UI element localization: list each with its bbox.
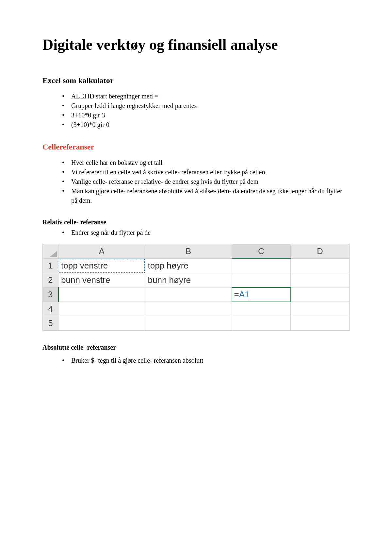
list-item: Endrer seg når du flytter på de bbox=[62, 228, 350, 237]
row-header-2[interactable]: 2 bbox=[43, 273, 58, 287]
formula-ref: A1 bbox=[239, 289, 250, 299]
cell-D4[interactable] bbox=[291, 302, 350, 316]
cell-B4[interactable] bbox=[145, 302, 232, 316]
cell-C4[interactable] bbox=[232, 302, 291, 316]
page-title: Digitale verktøy og finansiell analyse bbox=[42, 36, 350, 53]
cell-C1[interactable] bbox=[232, 259, 291, 273]
section1-list: ALLTID start beregninger med = Grupper l… bbox=[62, 92, 350, 130]
relative-list: Endrer seg når du flytter på de bbox=[62, 228, 350, 237]
cell-B5[interactable] bbox=[145, 316, 232, 331]
excel-grid: A B C D 1 topp venstre topp høyre 2 bunn… bbox=[42, 244, 350, 331]
cell-A3[interactable] bbox=[58, 287, 145, 302]
absolute-heading: Absolutte celle- referanser bbox=[42, 344, 350, 351]
cell-A5[interactable] bbox=[58, 316, 145, 331]
row-header-3[interactable]: 3 bbox=[43, 287, 58, 302]
select-all-corner[interactable] bbox=[43, 244, 58, 259]
cell-C3-formula[interactable]: =A1 bbox=[232, 287, 291, 302]
relative-heading: Relativ celle- referanse bbox=[42, 218, 350, 226]
cell-C2[interactable] bbox=[232, 273, 291, 287]
cell-B3[interactable] bbox=[145, 287, 232, 302]
equals-sign: = bbox=[155, 93, 158, 100]
absolute-list: Bruker $- tegn til å gjøre celle- refera… bbox=[62, 356, 350, 365]
text-cursor bbox=[250, 291, 250, 299]
list-item: (3+10)*0 gir 0 bbox=[62, 120, 350, 130]
section2-list: Hver celle har en bokstav og et tall Vi … bbox=[62, 158, 350, 205]
section2-heading: Cellereferanser bbox=[42, 143, 350, 151]
list-item: Vanlige celle- referanse er relative- de… bbox=[62, 177, 350, 186]
cell-B1[interactable]: topp høyre bbox=[145, 259, 232, 273]
cell-D2[interactable] bbox=[291, 273, 350, 287]
list-item: Man kan gjøre celle- referansene absolut… bbox=[62, 186, 350, 205]
row-header-1[interactable]: 1 bbox=[43, 259, 58, 273]
list-item: Hver celle har en bokstav og et tall bbox=[62, 158, 350, 167]
cell-C5[interactable] bbox=[232, 316, 291, 331]
row-header-5[interactable]: 5 bbox=[43, 316, 58, 331]
cell-D3[interactable] bbox=[291, 287, 350, 302]
row-header-4[interactable]: 4 bbox=[43, 302, 58, 316]
list-item: Bruker $- tegn til å gjøre celle- refera… bbox=[62, 356, 350, 365]
col-header-D[interactable]: D bbox=[291, 244, 350, 259]
list-item: ALLTID start beregninger med = bbox=[62, 92, 350, 101]
cell-D1[interactable] bbox=[291, 259, 350, 273]
col-header-C[interactable]: C bbox=[232, 244, 291, 259]
list-item: Grupper ledd i lange regnestykker med pa… bbox=[62, 101, 350, 111]
cell-B2[interactable]: bunn høyre bbox=[145, 273, 232, 287]
list-item: Vi refererer til en celle ved å skrive c… bbox=[62, 167, 350, 177]
list-item: 3+10*0 gir 3 bbox=[62, 111, 350, 120]
section1-heading: Excel som kalkulator bbox=[42, 76, 350, 85]
cell-A1[interactable]: topp venstre bbox=[58, 259, 145, 273]
col-header-B[interactable]: B bbox=[145, 244, 232, 259]
cell-A4[interactable] bbox=[58, 302, 145, 316]
cell-A2[interactable]: bunn venstre bbox=[58, 273, 145, 287]
cell-D5[interactable] bbox=[291, 316, 350, 331]
col-header-A[interactable]: A bbox=[58, 244, 145, 259]
